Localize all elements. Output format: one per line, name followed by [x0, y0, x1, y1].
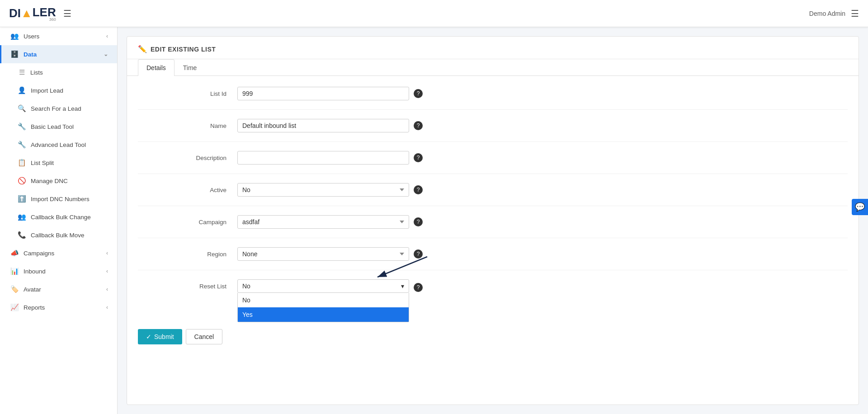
basic-lead-icon: 🔧 [18, 122, 26, 131]
sidebar-item-basic-lead[interactable]: 🔧 Basic Lead Tool [0, 118, 117, 136]
list-id-control: ? [237, 87, 848, 100]
form-row-list-id: List Id ? [138, 87, 848, 110]
form-row-region: Region None ? [138, 247, 848, 270]
reset-list-dropdown-arrow: ▾ [401, 282, 404, 290]
sidebar-item-campaigns[interactable]: 📣 Campaigns ‹ [0, 244, 117, 262]
sidebar-item-inbound[interactable]: 📊 Inbound ‹ [0, 262, 117, 280]
logo-di: DI [9, 6, 21, 20]
sidebar-item-search-lead[interactable]: 🔍 Search For a Lead [0, 99, 117, 118]
content-area: ✏️ EDIT EXISTING LIST Details Time List … [118, 27, 868, 414]
reset-list-dropdown[interactable]: No ▾ No Yes [237, 279, 409, 293]
manage-dnc-icon: 🚫 [18, 177, 26, 185]
sidebar-item-reports[interactable]: 📈 Reports ‹ [0, 298, 117, 316]
sidebar-label-import-dnc: Import DNC Numbers [31, 196, 90, 202]
campaign-control: asdfaf ? [237, 215, 848, 229]
region-select[interactable]: None [237, 247, 409, 261]
name-input[interactable] [237, 119, 409, 132]
sidebar-item-callback-bulk-change[interactable]: 👥 Callback Bulk Change [0, 208, 117, 226]
inbound-chevron: ‹ [106, 268, 108, 274]
data-chevron: ⌄ [104, 51, 108, 57]
sidebar-label-reports: Reports [24, 304, 45, 311]
reset-list-help-icon[interactable]: ? [414, 283, 423, 292]
avatar-icon: 🏷️ [10, 285, 19, 293]
submit-checkmark: ✓ [146, 333, 151, 340]
reset-list-trigger[interactable]: No ▾ [237, 279, 409, 293]
name-label: Name [138, 119, 237, 129]
active-select[interactable]: No Yes [237, 183, 409, 197]
sidebar-item-advanced-lead[interactable]: 🔧 Advanced Lead Tool [0, 136, 117, 154]
reset-option-yes[interactable]: Yes [238, 307, 409, 322]
campaigns-icon: 📣 [10, 249, 19, 257]
list-id-label: List Id [138, 87, 237, 97]
description-help-icon[interactable]: ? [414, 153, 423, 162]
cancel-button[interactable]: Cancel [186, 329, 223, 344]
side-help-icon: 💬 [855, 202, 865, 212]
list-id-input[interactable] [237, 87, 409, 100]
inbound-icon: 📊 [10, 267, 19, 275]
description-label: Description [138, 151, 237, 161]
sidebar-label-data: Data [24, 51, 37, 58]
form-row-reset-list: Reset List [138, 279, 848, 302]
users-icon: 👥 [10, 32, 19, 40]
sidebar-item-import-dnc[interactable]: ⬆️ Import DNC Numbers [0, 190, 117, 208]
sidebar: 👥 Users ‹ 🗄️ Data ⌄ ☰ Lists 👤 Import Lea… [0, 27, 118, 414]
lists-icon: ☰ [18, 68, 26, 76]
sidebar-label-manage-dnc: Manage DNC [31, 178, 68, 184]
sidebar-label-search-lead: Search For a Lead [31, 105, 81, 112]
avatar-chevron: ‹ [106, 286, 108, 292]
sidebar-item-users[interactable]: 👥 Users ‹ [0, 27, 117, 45]
campaign-select[interactable]: asdfaf [237, 215, 409, 229]
description-input[interactable] [237, 151, 409, 165]
sidebar-item-lists[interactable]: ☰ Lists [0, 63, 117, 81]
form-row-name: Name ? [138, 119, 848, 142]
logo-right: LER 360 [33, 5, 56, 22]
region-help-icon[interactable]: ? [414, 249, 423, 259]
form-row-active: Active No Yes ? [138, 183, 848, 206]
sidebar-item-avatar[interactable]: 🏷️ Avatar ‹ [0, 280, 117, 298]
sidebar-label-inbound: Inbound [24, 268, 46, 275]
campaign-help-icon[interactable]: ? [414, 217, 423, 226]
edit-title: EDIT EXISTING LIST [151, 46, 216, 53]
sidebar-label-advanced-lead: Advanced Lead Tool [31, 141, 86, 148]
sidebar-item-list-split[interactable]: 📋 List Split [0, 154, 117, 172]
main-layout: 👥 Users ‹ 🗄️ Data ⌄ ☰ Lists 👤 Import Lea… [0, 27, 868, 414]
edit-header: ✏️ EDIT EXISTING LIST [127, 37, 859, 59]
name-control: ? [237, 119, 848, 132]
navbar-right: Demo Admin ☰ [809, 8, 859, 19]
tab-details[interactable]: Details [138, 59, 175, 76]
reset-option-no[interactable]: No [238, 293, 409, 307]
region-control: None ? [237, 247, 848, 261]
edit-icon: ✏️ [138, 45, 147, 53]
sidebar-label-callback-bulk-change: Callback Bulk Change [31, 214, 91, 221]
form-row-campaign: Campaign asdfaf ? [138, 215, 848, 238]
import-dnc-icon: ⬆️ [18, 195, 26, 203]
sidebar-item-data[interactable]: 🗄️ Data ⌄ [0, 45, 117, 63]
sidebar-item-manage-dnc[interactable]: 🚫 Manage DNC [0, 172, 117, 190]
data-icon: 🗄️ [10, 50, 19, 58]
sidebar-label-import-lead: Import Lead [31, 87, 63, 94]
form-body: List Id ? Name ? Description [127, 76, 859, 322]
sidebar-label-campaigns: Campaigns [24, 250, 54, 257]
navbar-menu-icon[interactable]: ☰ [851, 8, 859, 19]
reports-icon: 📈 [10, 303, 19, 311]
callback-bulk-move-icon: 📞 [18, 231, 26, 239]
navbar-left: DI ▲ LER 360 ☰ [9, 5, 71, 22]
reports-chevron: ‹ [106, 304, 108, 310]
reset-list-menu: No Yes [237, 293, 409, 322]
active-help-icon[interactable]: ? [414, 185, 423, 194]
sidebar-item-import-lead[interactable]: 👤 Import Lead [0, 81, 117, 99]
tab-time[interactable]: Time [175, 59, 206, 76]
active-control: No Yes ? [237, 183, 848, 197]
hamburger-icon[interactable]: ☰ [63, 8, 71, 19]
submit-button[interactable]: ✓ Submit [138, 329, 182, 344]
list-id-help-icon[interactable]: ? [414, 89, 423, 98]
reset-list-label: Reset List [138, 279, 237, 290]
sidebar-item-callback-bulk-move[interactable]: 📞 Callback Bulk Move [0, 226, 117, 244]
description-control: ? [237, 151, 848, 165]
sidebar-label-list-split: List Split [31, 160, 54, 166]
form-buttons: ✓ Submit Cancel [127, 322, 859, 355]
advanced-lead-icon: 🔧 [18, 141, 26, 149]
side-help-button[interactable]: 💬 [852, 199, 868, 215]
name-help-icon[interactable]: ? [414, 121, 423, 130]
import-lead-icon: 👤 [18, 86, 26, 94]
